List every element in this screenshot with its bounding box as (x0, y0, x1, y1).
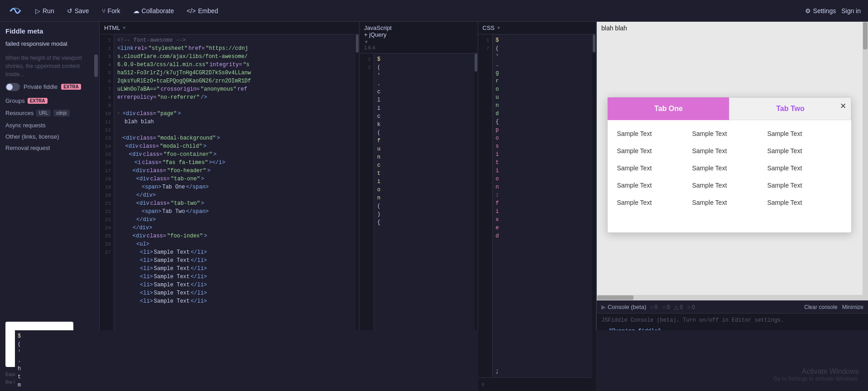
sidebar-groups[interactable]: Groups EXTRA (5, 97, 94, 104)
modal-cell: Sample Text (692, 179, 767, 192)
code-line: ( (377, 202, 475, 210)
console-info-count: ○ 0 (650, 304, 657, 310)
code-line: 2qksYuRlEzO+tcaEPQogQ0KaoGN26/zrn2OImR1D… (117, 77, 356, 85)
css-line-num-8: 8 (481, 381, 488, 389)
code-line: ' (377, 72, 475, 80)
code-line: ▾<div class="tab-two"> (117, 199, 356, 208)
modal-box: × Tab One Tab Two (607, 97, 852, 233)
modal-tab-two[interactable]: Tab Two (729, 97, 851, 120)
run-label: Run (43, 7, 54, 14)
sidebar-async[interactable]: Async requests (5, 122, 94, 129)
signin-button[interactable]: Sign in (841, 7, 861, 14)
html-chevron-icon[interactable]: ▼ (122, 25, 126, 30)
modal-backdrop: × Tab One Tab Two (597, 34, 863, 295)
css-editor-scrollbar[interactable] (592, 34, 596, 391)
tab-two-label: Tab Two (776, 105, 805, 113)
sidebar-resources[interactable]: Resources URL cdnjs (5, 110, 94, 116)
code-line: r (496, 77, 593, 85)
embed-button[interactable]: </> Embed (182, 5, 223, 17)
code-line: c (377, 112, 475, 121)
line-num: 22 (100, 208, 114, 216)
sidebar-removal[interactable]: Removal request (5, 145, 94, 151)
topnav: ▷ Run ↺ Save ⑂ Fork ☁ Collaborate </> Em… (0, 0, 868, 22)
code-line: ▾<div class="tab-one"> (117, 175, 356, 183)
modal-tab-one[interactable]: Tab One (608, 97, 729, 120)
code-line: <!-- font-awesome --> (117, 36, 356, 44)
app-logo[interactable] (7, 3, 24, 19)
html-editor-header: HTML ▼ (100, 22, 359, 34)
code-line: o (496, 134, 593, 142)
preview-vertical-scrollbar[interactable] (863, 22, 868, 300)
settings-button[interactable]: ⚙ Settings (805, 7, 836, 14)
css-scrollbar-thumb (593, 34, 595, 53)
fiddle-name: failed responsive modal (5, 39, 94, 48)
code-line: ( (377, 63, 475, 72)
code-line: ▾<div class="foo-index"> (117, 232, 356, 240)
css-editor: CSS ▼ 1 7 (478, 22, 596, 391)
url-badge[interactable]: URL (36, 110, 51, 116)
js-scrollbar-thumb (475, 53, 477, 72)
modal-cell: Sample Text (767, 179, 842, 192)
line-num: 8 (100, 93, 114, 101)
line-num: 25 (100, 232, 114, 240)
code-line: ( (360, 340, 478, 348)
css-lower-code: ; (493, 366, 596, 377)
line-num: 27 (100, 248, 114, 256)
minimize-console-button[interactable]: Minimize (842, 304, 863, 310)
private-toggle[interactable] (5, 83, 20, 91)
error-circle-icon: ○ (687, 304, 691, 310)
collaborate-button[interactable]: ☁ Collaborate (129, 5, 179, 17)
sidebar-other[interactable]: Other (links, license) (5, 133, 94, 140)
sidebar-scrollbar[interactable] (94, 54, 98, 77)
settings-label: Settings (813, 7, 836, 14)
warn-triangle-icon: △ (674, 304, 678, 310)
fork-button[interactable]: ⑂ Fork (97, 5, 125, 17)
code-line: <li>Sample Text</li> (117, 265, 356, 273)
code-line: </div> (117, 224, 356, 232)
modal-cell: Sample Text (692, 145, 767, 157)
css-chevron-icon[interactable]: ▼ (496, 25, 501, 30)
code-line (377, 227, 475, 235)
js-editor: JavaScript + jQuery ▼ 1.6.4 1 (360, 22, 478, 391)
code-line: </div> (117, 191, 356, 199)
code-line: . (496, 61, 593, 69)
code-line: $ (360, 332, 478, 340)
css-bottom-bar: 8 (478, 377, 596, 391)
cdnjs-badge[interactable]: cdnjs (53, 110, 69, 116)
code-line: ( (377, 129, 475, 137)
code-line: <li>Sample Text</li> (117, 273, 356, 281)
code-line: n (496, 101, 593, 110)
html-scrollbar-thumb (356, 34, 359, 53)
css-editor-body[interactable]: 1 7 (478, 34, 596, 391)
html-lang-label: HTML (104, 24, 120, 31)
code-line: t (360, 373, 478, 381)
line-num: 10 (100, 110, 114, 118)
modal-close-button[interactable]: × (840, 101, 846, 111)
clear-console-button[interactable]: Clear console (804, 304, 837, 310)
code-line: s.cloudflare.com/ajax/libs/font-awesome/ (117, 53, 356, 61)
editors-area: HTML ▼ 1 2 3 4 5 (100, 22, 868, 391)
code-line: o (496, 85, 593, 93)
code-line: u (377, 145, 475, 153)
line-num: 19 (100, 183, 114, 191)
save-button[interactable]: ↺ Save (62, 5, 94, 17)
preview-horizontal-scrollbar[interactable] (597, 295, 863, 300)
code-line: p (496, 126, 593, 134)
topnav-right: ⚙ Settings Sign in (805, 7, 861, 14)
fork-icon: ⑂ (102, 7, 106, 14)
modal-cell: Sample Text (767, 145, 842, 157)
js-chevron-icon[interactable]: ▼ (364, 39, 369, 44)
console-log-count: ○ 0 (662, 304, 670, 310)
code-line: . (377, 80, 475, 88)
code-line: h (360, 365, 478, 373)
code-line: <span>Tab One</span> (117, 183, 356, 191)
run-button[interactable]: ▷ Run (31, 5, 59, 17)
console-info-line: JSFiddle Console (beta). Turn on/off in … (601, 317, 863, 323)
code-line: u (496, 93, 593, 101)
code-line: t (496, 159, 593, 167)
preview-h-thumb (597, 295, 633, 300)
css-code-content[interactable]: $ ( ' . g r o u n d { p o s i (493, 34, 596, 391)
code-line: </div> (117, 216, 356, 224)
js-version: 1.6.4 (364, 45, 392, 50)
collaborate-icon: ☁ (133, 7, 139, 14)
